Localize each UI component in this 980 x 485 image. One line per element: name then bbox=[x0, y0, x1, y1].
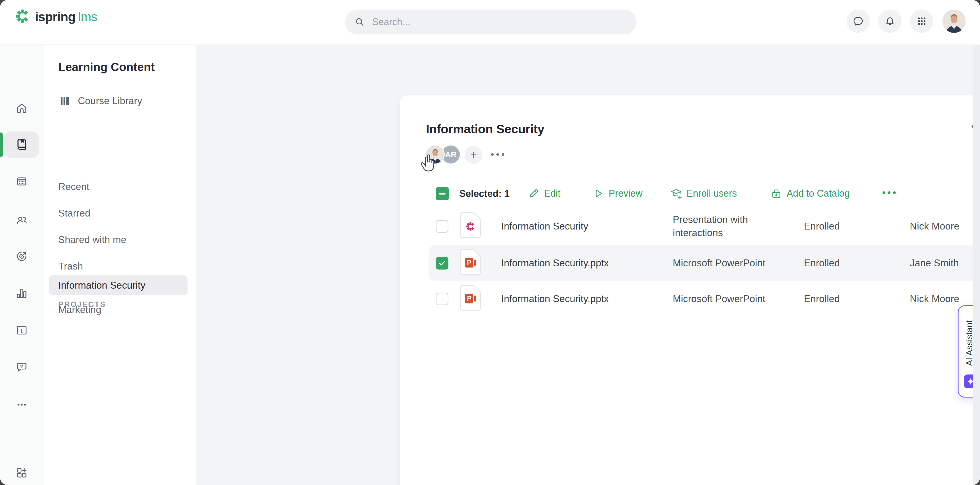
file-type: Microsoft PowerPoint bbox=[673, 257, 784, 270]
people-nav-button[interactable] bbox=[15, 214, 28, 227]
row-checkbox-checked[interactable] bbox=[436, 257, 449, 270]
row-checkbox[interactable] bbox=[436, 293, 449, 305]
enroll-users-label: Enroll users bbox=[687, 188, 737, 199]
home-icon bbox=[15, 102, 28, 115]
file-status: Enrolled bbox=[804, 294, 840, 305]
calendar-icon bbox=[15, 175, 28, 188]
logo-primary: ispring bbox=[35, 10, 75, 24]
sidebar-item-starred[interactable]: Starred bbox=[58, 208, 90, 219]
rail-more-button[interactable] bbox=[15, 398, 28, 411]
file-name[interactable]: Information Security.pptx bbox=[501, 258, 609, 269]
check-icon bbox=[438, 258, 447, 268]
main-section: Information Security AR Upload Create bbox=[196, 45, 980, 485]
toolbar-divider bbox=[400, 207, 980, 207]
learning-content-nav-button[interactable] bbox=[15, 138, 28, 151]
svg-text:?: ? bbox=[20, 364, 23, 369]
select-all-checkbox[interactable] bbox=[436, 187, 449, 200]
pencil-icon bbox=[528, 187, 540, 199]
top-bar: ispringlms bbox=[0, 0, 980, 45]
target-icon bbox=[15, 250, 28, 263]
app-window: ispringlms bbox=[0, 0, 980, 485]
calendar-nav-button[interactable] bbox=[15, 175, 28, 188]
row-checkbox[interactable] bbox=[436, 220, 449, 233]
logo-text: ispringlms bbox=[35, 10, 97, 24]
sidebar: Learning Content Course Library Recent S… bbox=[43, 45, 196, 485]
file-name[interactable]: Information Security bbox=[501, 221, 588, 232]
sidebar-item-shared-with-me[interactable]: Shared with me bbox=[58, 234, 126, 246]
sidebar-project-marketing[interactable]: Marketing bbox=[58, 304, 101, 315]
page-title: Information Security bbox=[426, 122, 544, 136]
bell-icon bbox=[884, 15, 896, 27]
global-search bbox=[345, 10, 636, 35]
info-portal-nav-button[interactable]: i bbox=[15, 324, 28, 337]
enroll-users-icon bbox=[670, 187, 682, 199]
file-owner: Jane Smith bbox=[910, 258, 959, 269]
search-input[interactable] bbox=[372, 16, 611, 28]
file-status: Enrolled bbox=[804, 221, 840, 232]
people-icon bbox=[15, 214, 28, 227]
table-row[interactable]: Information Security Presentation with i… bbox=[400, 207, 980, 245]
search-icon bbox=[354, 16, 365, 27]
book-icon bbox=[15, 138, 28, 151]
widgets-nav-button[interactable] bbox=[15, 466, 28, 479]
add-collaborator-button[interactable] bbox=[465, 146, 483, 164]
chat-bubble-icon bbox=[852, 15, 864, 27]
enroll-users-action[interactable]: Enroll users bbox=[670, 185, 737, 201]
table-row[interactable]: P Information Security.pptx Microsoft Po… bbox=[400, 281, 980, 317]
add-to-catalog-icon bbox=[770, 187, 783, 199]
play-icon bbox=[592, 187, 605, 199]
ellipsis-icon bbox=[15, 398, 28, 411]
preview-action[interactable]: Preview bbox=[592, 185, 643, 201]
edit-action[interactable]: Edit bbox=[528, 185, 560, 201]
info-window-icon: i bbox=[15, 324, 28, 337]
file-type: Presentation with interactions bbox=[673, 213, 784, 239]
add-to-catalog-action[interactable]: Add to Catalog bbox=[770, 185, 850, 201]
rail-active-indicator bbox=[0, 132, 3, 157]
collaborators-more-button[interactable] bbox=[491, 153, 504, 156]
sidebar-item-course-library[interactable]: Course Library bbox=[59, 95, 142, 107]
file-name[interactable]: Information Security.pptx bbox=[501, 294, 609, 305]
toolbar-more-button[interactable] bbox=[883, 191, 896, 194]
table-row-selected[interactable]: P Information Security.pptx Microsoft Po… bbox=[400, 245, 980, 281]
course-library-icon bbox=[59, 95, 72, 107]
sidebar-item-trash[interactable]: Trash bbox=[58, 261, 83, 272]
selected-count: Selected: 1 bbox=[459, 188, 510, 199]
svg-text:i: i bbox=[21, 328, 23, 333]
help-nav-button[interactable]: ? bbox=[15, 361, 28, 373]
ispring-flower-icon bbox=[15, 9, 30, 24]
user-avatar[interactable] bbox=[942, 10, 966, 33]
file-owner: Nick Moore bbox=[910, 294, 959, 305]
sidebar-project-information-security[interactable]: Information Security bbox=[58, 280, 145, 291]
file-icon-ispring-presentation bbox=[459, 211, 482, 242]
icon-rail: i ? bbox=[0, 45, 43, 485]
sidebar-item-recent[interactable]: Recent bbox=[58, 181, 89, 192]
apps-grid-button[interactable] bbox=[910, 10, 933, 33]
file-icon-powerpoint: P bbox=[459, 248, 482, 278]
file-owner: Nick Moore bbox=[910, 221, 959, 232]
add-to-catalog-label: Add to Catalog bbox=[787, 188, 850, 199]
mouse-cursor-pointer bbox=[420, 153, 436, 175]
file-status: Enrolled bbox=[804, 258, 840, 269]
edit-label: Edit bbox=[544, 188, 560, 199]
svg-text:P: P bbox=[467, 294, 471, 302]
messages-button[interactable] bbox=[846, 10, 870, 33]
preview-label: Preview bbox=[609, 188, 643, 199]
ispring-logo: ispringlms bbox=[15, 9, 97, 24]
notifications-button[interactable] bbox=[878, 10, 902, 33]
file-type: Microsoft PowerPoint bbox=[673, 292, 784, 306]
widgets-plus-icon bbox=[15, 466, 28, 479]
plus-icon bbox=[469, 150, 478, 159]
course-library-label: Course Library bbox=[78, 96, 142, 107]
reports-nav-button[interactable] bbox=[15, 287, 28, 300]
file-icon-powerpoint: P bbox=[459, 284, 482, 314]
vertical-scrollbar[interactable] bbox=[973, 45, 980, 485]
collaborator-initials: AR bbox=[445, 150, 457, 159]
bar-chart-icon bbox=[15, 287, 28, 300]
logo-secondary: lms bbox=[78, 10, 97, 24]
svg-text:P: P bbox=[467, 258, 471, 266]
apps-grid-icon bbox=[916, 15, 928, 27]
goals-nav-button[interactable] bbox=[15, 250, 28, 263]
home-nav-button[interactable] bbox=[15, 102, 28, 115]
content-card: Information Security AR Upload Create bbox=[400, 96, 980, 485]
help-bubble-icon: ? bbox=[15, 361, 28, 373]
